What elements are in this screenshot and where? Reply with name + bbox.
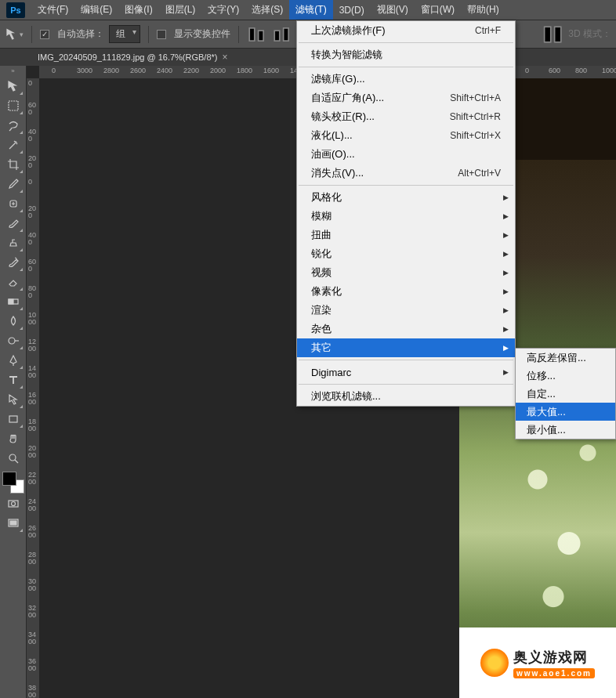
quick-mask-tool[interactable]	[3, 494, 24, 513]
menu-render[interactable]: 渲染	[297, 301, 515, 320]
auto-select-dropdown[interactable]: 组	[109, 25, 140, 43]
menu-digimarc[interactable]: Digimarc	[297, 363, 515, 382]
ruler-vertical[interactable]: 0600400200020040060080010001200140016001…	[27, 78, 39, 698]
toolbox: »	[0, 66, 27, 698]
svg-rect-3	[284, 27, 289, 40]
transform-controls-checkbox[interactable]	[157, 30, 166, 39]
hand-tool[interactable]	[3, 429, 24, 448]
app-logo: Ps	[6, 2, 25, 18]
menu-oil-paint[interactable]: 油画(O)...	[297, 145, 515, 164]
other-submenu: 高反差保留... 位移... 自定... 最大值... 最小值...	[515, 348, 616, 439]
menu-video[interactable]: 视频	[297, 263, 515, 282]
menu-separator	[299, 360, 513, 360]
blur-tool[interactable]	[3, 312, 24, 331]
color-swatches[interactable]	[2, 472, 24, 494]
type-tool[interactable]	[3, 371, 24, 389]
gradient-tool[interactable]	[3, 292, 24, 311]
crop-tool[interactable]	[3, 155, 24, 174]
svg-rect-1	[259, 31, 264, 41]
eraser-tool[interactable]	[3, 273, 24, 291]
path-selection-tool[interactable]	[3, 390, 24, 409]
mode-3d-label: 3D 模式：	[568, 27, 611, 41]
svg-point-14	[11, 502, 15, 506]
document-tab[interactable]: IMG_20240509_111829.jpg @ 16.7%(RGB/8*) …	[31, 49, 234, 65]
watermark-logo-icon	[480, 649, 509, 677]
zoom-tool[interactable]	[3, 449, 24, 468]
svg-point-10	[9, 338, 15, 344]
filter-menu-dropdown: 上次滤镜操作(F)Ctrl+F 转换为智能滤镜 滤镜库(G)... 自适应广角(…	[296, 20, 516, 407]
menu-stylize[interactable]: 风格化	[297, 188, 515, 207]
menu-liquify[interactable]: 液化(L)...Shift+Ctrl+X	[297, 126, 515, 145]
auto-select-label: 自动选择：	[57, 27, 104, 41]
magic-wand-tool[interactable]	[3, 136, 24, 154]
menu-separator	[299, 185, 513, 186]
menu-select[interactable]: 选择(S)	[245, 0, 289, 20]
menu-distort[interactable]: 扭曲	[297, 226, 515, 244]
menu-image[interactable]: 图像(I)	[118, 0, 158, 20]
svg-rect-0	[249, 27, 255, 40]
screen-mode-tool[interactable]	[3, 514, 24, 533]
submenu-custom[interactable]: 自定...	[516, 385, 615, 403]
pen-tool[interactable]	[3, 351, 24, 370]
divider	[238, 26, 239, 43]
svg-point-12	[9, 454, 16, 461]
menu-bar: Ps 文件(F) 编辑(E) 图像(I) 图层(L) 文字(Y) 选择(S) 滤…	[0, 0, 616, 20]
menu-blur[interactable]: 模糊	[297, 207, 515, 226]
menu-lens-correction[interactable]: 镜头校正(R)...Shift+Ctrl+R	[297, 107, 515, 126]
svg-rect-5	[555, 27, 561, 42]
menu-3d[interactable]: 3D(D)	[333, 2, 371, 19]
menu-sharpen[interactable]: 锐化	[297, 244, 515, 263]
svg-rect-2	[274, 31, 280, 41]
menu-separator	[299, 384, 513, 385]
menu-view[interactable]: 视图(V)	[371, 0, 415, 20]
align-icon-2[interactable]	[272, 26, 292, 43]
transform-controls-label: 显示变换控件	[174, 27, 230, 41]
menu-vanishing-point[interactable]: 消失点(V)...Alt+Ctrl+V	[297, 164, 515, 183]
history-brush-tool[interactable]	[3, 253, 24, 272]
brush-tool[interactable]	[3, 214, 24, 233]
clone-stamp-tool[interactable]	[3, 233, 24, 252]
menu-file[interactable]: 文件(F)	[31, 0, 74, 20]
menu-pixelate[interactable]: 像素化	[297, 282, 515, 301]
marquee-tool[interactable]	[3, 96, 24, 115]
svg-rect-9	[9, 299, 13, 304]
lasso-tool[interactable]	[3, 116, 24, 135]
menu-adaptive-wide-angle[interactable]: 自适应广角(A)...Shift+Ctrl+A	[297, 89, 515, 107]
svg-rect-11	[9, 416, 17, 422]
submenu-offset[interactable]: 位移...	[516, 367, 615, 385]
svg-rect-6	[9, 101, 18, 110]
arrange-icon[interactable]	[543, 26, 563, 43]
move-tool[interactable]	[3, 77, 24, 96]
auto-select-checkbox[interactable]	[40, 30, 49, 39]
dodge-tool[interactable]	[3, 331, 24, 350]
close-tab-icon[interactable]: ×	[222, 52, 227, 63]
watermark-url: www.aoe1.com	[513, 668, 595, 678]
healing-brush-tool[interactable]	[3, 194, 24, 213]
current-tool-icon[interactable]: ▾	[5, 25, 24, 44]
eyedropper-tool[interactable]	[3, 175, 24, 193]
menu-help[interactable]: 帮助(H)	[461, 0, 505, 20]
foreground-color-swatch[interactable]	[2, 472, 16, 486]
menu-last-filter[interactable]: 上次滤镜操作(F)Ctrl+F	[297, 21, 515, 40]
menu-filter[interactable]: 滤镜(T)	[289, 0, 332, 20]
svg-rect-16	[10, 521, 16, 525]
divider	[31, 26, 32, 43]
menu-noise[interactable]: 杂色	[297, 320, 515, 338]
menu-convert-smart-filter[interactable]: 转换为智能滤镜	[297, 45, 515, 64]
menu-type[interactable]: 文字(Y)	[201, 0, 245, 20]
watermark-title: 奥义游戏网	[513, 648, 595, 667]
submenu-minimum[interactable]: 最小值...	[516, 421, 615, 439]
menu-edit[interactable]: 编辑(E)	[74, 0, 118, 20]
menu-separator	[299, 67, 513, 67]
menu-layer[interactable]: 图层(L)	[159, 0, 202, 20]
menu-window[interactable]: 窗口(W)	[415, 0, 461, 20]
toolbox-toggle-icon[interactable]: »	[9, 67, 17, 74]
submenu-maximum[interactable]: 最大值...	[516, 403, 615, 421]
svg-rect-4	[545, 27, 551, 42]
submenu-high-pass[interactable]: 高反差保留...	[516, 349, 615, 367]
rectangle-tool[interactable]	[3, 410, 24, 429]
menu-filter-gallery[interactable]: 滤镜库(G)...	[297, 70, 515, 89]
menu-browse-online-filters[interactable]: 浏览联机滤镜...	[297, 387, 515, 406]
menu-other[interactable]: 其它	[297, 338, 515, 357]
align-icon-1[interactable]	[247, 26, 267, 43]
